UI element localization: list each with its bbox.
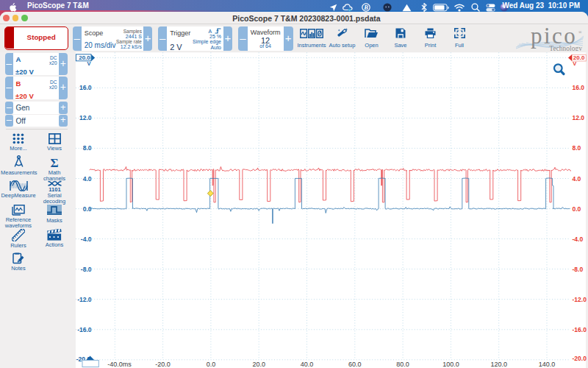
svg-text:-20.0: -20.0 — [573, 355, 587, 362]
svg-text:120.0: 120.0 — [490, 361, 507, 368]
svg-text:-16.0: -16.0 — [77, 326, 92, 333]
svg-text:12.0: 12.0 — [79, 114, 92, 121]
svg-text:4.0: 4.0 — [83, 175, 92, 183]
svg-text:0.0: 0.0 — [573, 205, 581, 213]
svg-text:-40.0ms: -40.0ms — [107, 361, 132, 368]
svg-text:140.0: 140.0 — [539, 361, 556, 368]
svg-text:V: V — [87, 60, 90, 67]
svg-text:-12.0: -12.0 — [77, 296, 92, 303]
svg-text:0.0: 0.0 — [83, 205, 92, 213]
svg-text:-8.0: -8.0 — [573, 266, 584, 273]
svg-text:60.0: 60.0 — [348, 361, 362, 368]
svg-text:-4.0: -4.0 — [573, 236, 584, 243]
svg-text:-4.0: -4.0 — [81, 236, 92, 243]
svg-text:16.0: 16.0 — [573, 84, 585, 91]
svg-text:20.0: 20.0 — [252, 361, 265, 368]
svg-text:16.0: 16.0 — [79, 84, 92, 91]
svg-text:12.0: 12.0 — [573, 114, 585, 121]
svg-text:100.0: 100.0 — [442, 361, 459, 368]
svg-text:-8.0: -8.0 — [81, 266, 92, 273]
svg-text:0.0: 0.0 — [207, 361, 216, 368]
svg-text:-16.0: -16.0 — [573, 326, 587, 333]
svg-text:40.0: 40.0 — [301, 361, 314, 368]
svg-text:8.0: 8.0 — [83, 144, 92, 152]
svg-text:-12.0: -12.0 — [573, 296, 587, 303]
svg-text:V: V — [573, 60, 576, 67]
svg-text:-20.0: -20.0 — [155, 361, 171, 368]
svg-text:80.0: 80.0 — [396, 361, 409, 368]
svg-text:4.0: 4.0 — [573, 175, 581, 183]
svg-text:8.0: 8.0 — [573, 144, 581, 152]
